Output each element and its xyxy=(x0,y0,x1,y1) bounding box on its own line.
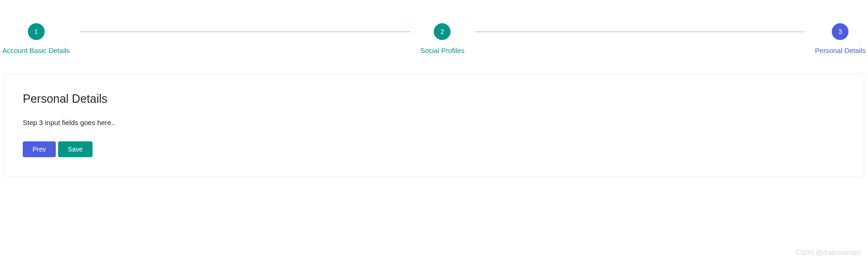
step-label-1: Account Basic Details xyxy=(2,46,70,54)
card-body-text: Step 3 input fields goes here.. xyxy=(23,119,845,126)
step-number: 2 xyxy=(441,28,444,35)
step-label-3: Personal Details xyxy=(815,46,866,54)
step-label-2: Social Profiles xyxy=(420,46,464,54)
prev-button[interactable]: Prev xyxy=(23,141,56,157)
card-title: Personal Details xyxy=(23,92,845,106)
button-row: Prev Save xyxy=(23,141,845,157)
step-connector xyxy=(475,32,805,32)
step-circle-3: 3 xyxy=(832,23,848,40)
step-2[interactable]: 2 Social Profiles xyxy=(420,23,464,54)
step-1[interactable]: 1 Account Basic Details xyxy=(2,23,70,54)
stepper: 1 Account Basic Details 2 Social Profile… xyxy=(0,0,868,68)
step-number: 3 xyxy=(838,28,842,35)
step-connector xyxy=(80,32,410,32)
step-number: 1 xyxy=(34,28,38,35)
step-3[interactable]: 3 Personal Details xyxy=(815,23,866,54)
save-button[interactable]: Save xyxy=(58,141,93,157)
step-circle-2: 2 xyxy=(434,23,451,40)
step-content-card: Personal Details Step 3 input fields goe… xyxy=(4,73,864,177)
step-circle-1: 1 xyxy=(28,23,45,40)
